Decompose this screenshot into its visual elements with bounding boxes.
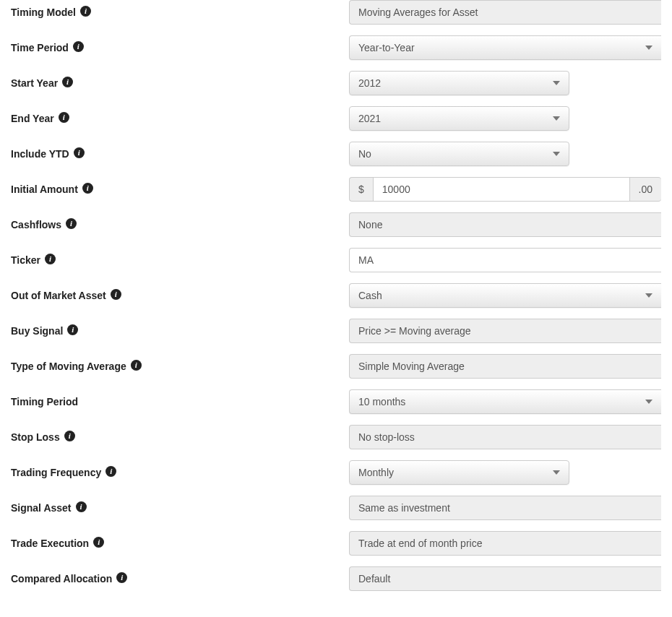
type-ma-value: Simple Moving Average: [358, 361, 465, 372]
info-icon[interactable]: i: [80, 6, 91, 17]
label-signal-asset: Signal Asset i: [11, 502, 349, 514]
label-text: Trade Execution: [11, 538, 89, 549]
label-text: Trading Frequency: [11, 467, 101, 478]
label-timing-model: Timing Model i: [11, 7, 349, 18]
row-timing-period: Timing Period 10 months: [11, 389, 661, 414]
info-icon[interactable]: i: [67, 324, 78, 335]
currency-prefix: $: [349, 177, 373, 202]
timing-model-value: Moving Averages for Asset: [358, 7, 478, 18]
currency-suffix: .00: [630, 177, 661, 202]
label-time-period: Time Period i: [11, 42, 349, 53]
label-text: Signal Asset: [11, 502, 72, 514]
chevron-down-icon: [553, 116, 560, 121]
info-icon[interactable]: i: [105, 466, 116, 477]
label-text: End Year: [11, 113, 54, 124]
label-text: Initial Amount: [11, 184, 78, 195]
label-text: Include YTD: [11, 148, 69, 160]
trade-execution-select[interactable]: Trade at end of month price: [349, 531, 661, 556]
info-icon[interactable]: i: [73, 41, 84, 52]
label-start-year: Start Year i: [11, 77, 349, 89]
label-text: Stop Loss: [11, 431, 60, 443]
info-icon[interactable]: i: [82, 183, 93, 194]
info-icon[interactable]: i: [66, 218, 77, 229]
info-icon[interactable]: i: [74, 147, 85, 158]
row-include-ytd: Include YTD i No: [11, 142, 661, 166]
chevron-down-icon: [645, 400, 652, 404]
row-time-period: Time Period i Year-to-Year: [11, 35, 661, 60]
label-stop-loss: Stop Loss i: [11, 431, 349, 443]
include-ytd-value: No: [358, 148, 371, 160]
info-icon[interactable]: i: [62, 77, 73, 87]
buy-signal-value: Price >= Moving average: [358, 325, 471, 337]
info-icon[interactable]: i: [45, 254, 56, 264]
info-icon[interactable]: i: [131, 360, 142, 371]
row-timing-model: Timing Model i Moving Averages for Asset: [11, 0, 661, 25]
include-ytd-select[interactable]: No: [349, 142, 569, 166]
initial-amount-input-wrapper: [373, 177, 630, 202]
start-year-select[interactable]: 2012: [349, 71, 569, 95]
ticker-input[interactable]: [358, 249, 652, 272]
row-end-year: End Year i 2021: [11, 106, 661, 131]
row-trading-frequency: Trading Frequency i Monthly: [11, 460, 661, 485]
time-period-select[interactable]: Year-to-Year: [349, 35, 661, 60]
timing-period-value: 10 months: [358, 396, 405, 407]
timing-model-select[interactable]: Moving Averages for Asset: [349, 0, 661, 25]
chevron-down-icon: [645, 46, 652, 50]
info-icon[interactable]: i: [93, 537, 104, 548]
row-start-year: Start Year i 2012: [11, 71, 661, 95]
signal-asset-select[interactable]: Same as investment: [349, 496, 661, 520]
label-trading-frequency: Trading Frequency i: [11, 467, 349, 478]
row-initial-amount: Initial Amount i $ .00: [11, 177, 661, 202]
compared-allocation-select[interactable]: Default: [349, 566, 661, 591]
end-year-select[interactable]: 2021: [349, 106, 569, 131]
chevron-down-icon: [553, 152, 560, 156]
row-trade-execution: Trade Execution i Trade at end of month …: [11, 531, 661, 556]
end-year-value: 2021: [358, 113, 381, 124]
time-period-value: Year-to-Year: [358, 42, 415, 53]
label-include-ytd: Include YTD i: [11, 148, 349, 160]
label-end-year: End Year i: [11, 113, 349, 124]
row-signal-asset: Signal Asset i Same as investment: [11, 496, 661, 520]
cashflows-select[interactable]: None: [349, 212, 661, 237]
label-text: Type of Moving Average: [11, 361, 126, 372]
stop-loss-select[interactable]: No stop-loss: [349, 425, 661, 449]
label-cashflows: Cashflows i: [11, 219, 349, 230]
form-container: Timing Model i Moving Averages for Asset…: [0, 0, 672, 598]
out-of-market-asset-value: Cash: [358, 290, 382, 301]
info-icon[interactable]: i: [59, 112, 69, 123]
info-icon[interactable]: i: [116, 572, 127, 583]
compared-allocation-value: Default: [358, 573, 390, 584]
start-year-value: 2012: [358, 77, 381, 89]
signal-asset-value: Same as investment: [358, 502, 450, 514]
info-icon[interactable]: i: [76, 501, 87, 512]
info-icon[interactable]: i: [64, 431, 75, 441]
out-of-market-asset-select[interactable]: Cash: [349, 283, 661, 308]
buy-signal-select[interactable]: Price >= Moving average: [349, 319, 661, 343]
initial-amount-input[interactable]: [382, 178, 621, 201]
chevron-down-icon: [553, 81, 560, 85]
label-buy-signal: Buy Signal i: [11, 325, 349, 337]
info-icon[interactable]: i: [111, 289, 121, 300]
label-text: Cashflows: [11, 219, 61, 230]
row-ticker: Ticker i: [11, 248, 661, 272]
trading-frequency-value: Monthly: [358, 467, 394, 478]
label-text: Ticker: [11, 254, 40, 266]
row-cashflows: Cashflows i None: [11, 212, 661, 237]
label-type-ma: Type of Moving Average i: [11, 361, 349, 372]
timing-period-select[interactable]: 10 months: [349, 389, 661, 414]
label-out-of-market-asset: Out of Market Asset i: [11, 290, 349, 301]
trading-frequency-select[interactable]: Monthly: [349, 460, 569, 485]
label-trade-execution: Trade Execution i: [11, 538, 349, 549]
trade-execution-value: Trade at end of month price: [358, 538, 482, 549]
label-text: Timing Period: [11, 396, 78, 407]
label-initial-amount: Initial Amount i: [11, 184, 349, 195]
row-compared-allocation: Compared Allocation i Default: [11, 566, 661, 591]
label-timing-period: Timing Period: [11, 396, 349, 407]
label-ticker: Ticker i: [11, 254, 349, 266]
label-compared-allocation: Compared Allocation i: [11, 573, 349, 584]
label-text: Timing Model: [11, 7, 76, 18]
type-ma-select[interactable]: Simple Moving Average: [349, 354, 661, 379]
label-text: Buy Signal: [11, 325, 63, 337]
row-buy-signal: Buy Signal i Price >= Moving average: [11, 319, 661, 343]
chevron-down-icon: [553, 470, 560, 475]
